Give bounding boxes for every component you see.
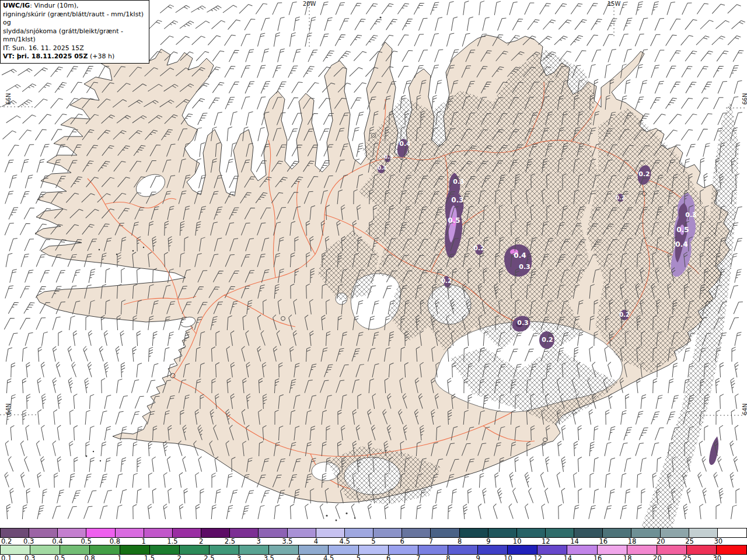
wind-barb-icon (435, 16, 442, 32)
colorbar-tick-label: 4.5 (340, 537, 350, 545)
wind-barb-icon (20, 441, 28, 456)
wind-barb-icon (635, 33, 644, 48)
colorbar-tick-label: 2 (177, 554, 181, 560)
wind-barb-icon (685, 18, 697, 32)
colorbar-segment (418, 545, 448, 554)
wind-barb-icon (654, 113, 666, 127)
wind-barb-icon (573, 473, 578, 488)
wind-barb-icon (242, 96, 250, 111)
wind-barb-icon (5, 285, 13, 300)
colorbar-tick-label: 30 (714, 537, 722, 545)
wind-barb-icon (594, 489, 599, 504)
wind-barb-icon (5, 222, 14, 237)
colorbar-tick-label: 0.8 (84, 554, 95, 560)
rain-colorbar-labels: 0.10.30.50.811.522.533.544.5567891012141… (0, 555, 747, 560)
wind-barb-icon (366, 2, 378, 16)
wind-barb-icon (307, 81, 319, 95)
wind-barb-icon (53, 441, 60, 456)
wind-barb-icon (20, 222, 30, 236)
wind-barb-icon (242, 505, 249, 520)
colorbar-segment (631, 528, 660, 537)
wind-barb-icon (67, 346, 75, 362)
wind-barb-icon (116, 346, 123, 362)
wind-barb-icon (651, 33, 661, 48)
wind-barb-icon (36, 128, 47, 142)
wind-barb-icon (292, 80, 303, 95)
wind-barb-icon (41, 362, 48, 377)
wind-barb-icon (355, 18, 365, 32)
wind-barb-icon (382, 2, 393, 16)
wind-barb-icon (152, 488, 157, 503)
wind-barb-icon (431, 1, 439, 16)
wind-barb-icon (231, 111, 238, 126)
wind-barb-icon (717, 456, 726, 471)
wind-barb-icon (25, 269, 34, 284)
wind-barb-icon (605, 505, 612, 520)
wind-barb-icon (574, 505, 580, 520)
colorbar-segment (90, 545, 120, 554)
wind-barb-icon (637, 473, 641, 488)
wind-barb-icon (605, 64, 611, 79)
wind-barb-icon (39, 82, 51, 95)
title-line-4: IT: Sun. 16. 11. 2025 15Z (3, 44, 146, 53)
precip-value-label: 0.4 (514, 251, 526, 260)
wind-barb-icon (735, 268, 742, 284)
wind-barb-icon (5, 159, 13, 174)
wind-barb-icon (22, 347, 27, 362)
wind-barb-icon (558, 505, 563, 519)
wind-barb-icon (701, 50, 713, 64)
wind-barb-icon (225, 96, 235, 111)
wind-barb-icon (257, 64, 266, 79)
wind-barb-icon (672, 394, 679, 410)
wind-barb-icon (18, 99, 32, 110)
wind-barb-icon (640, 79, 647, 94)
colorbar-tick-label: 7 (416, 554, 420, 560)
title-line-2: rigning/skúrir (grænt/blátt/rautt - mm/1… (3, 10, 146, 27)
wind-barb-icon (637, 505, 642, 520)
wind-barb-icon (540, 2, 551, 16)
wind-barb-icon (717, 50, 728, 64)
wind-barb-icon (105, 268, 110, 284)
wind-barb-icon (68, 505, 76, 520)
wind-barb-icon (137, 331, 141, 346)
wind-barb-icon (636, 410, 643, 425)
colorbar-tick-label: 1 (117, 554, 121, 560)
wind-barb-icon (324, 16, 332, 32)
wind-barb-icon (116, 410, 124, 425)
colorbar-segment (58, 528, 86, 537)
wind-barb-icon (36, 316, 46, 331)
wind-barb-icon (651, 442, 659, 457)
wind-barb-icon (557, 441, 563, 456)
wind-barb-icon (100, 505, 107, 520)
wind-barb-icon (594, 457, 598, 473)
wind-barb-icon (729, 441, 737, 456)
wind-barb-icon (51, 97, 63, 111)
wind-barb-icon (729, 316, 739, 331)
wind-barb-icon (257, 32, 265, 47)
wind-barb-icon (733, 457, 741, 472)
wind-barb-icon (701, 456, 710, 471)
wind-barb-icon (22, 83, 36, 95)
wind-barb-icon (651, 411, 659, 426)
wind-barb-icon (120, 395, 128, 410)
wind-barb-icon (578, 425, 582, 440)
wind-barb-icon (719, 425, 724, 440)
colorbar-tick-label: 7 (429, 537, 433, 545)
wind-barb-icon (120, 331, 127, 346)
wind-barb-icon (641, 394, 646, 410)
wind-barb-icon (19, 128, 32, 142)
wind-barb-icon (67, 65, 78, 79)
wind-barb-icon (192, 35, 205, 48)
wind-barb-icon (592, 48, 601, 64)
wind-barb-icon (352, 127, 359, 142)
wind-barb-icon (608, 394, 615, 409)
wind-barb-icon (147, 379, 155, 394)
wind-barb-icon (5, 190, 13, 205)
wind-barb-icon (9, 206, 18, 221)
wind-barb-icon (303, 65, 315, 79)
wind-barb-icon (179, 504, 185, 519)
wind-barb-icon (529, 457, 536, 472)
wind-barb-icon (734, 362, 741, 377)
colorbar-tick-label: 9 (486, 537, 490, 545)
colorbar-tick-label: 10 (504, 554, 512, 560)
